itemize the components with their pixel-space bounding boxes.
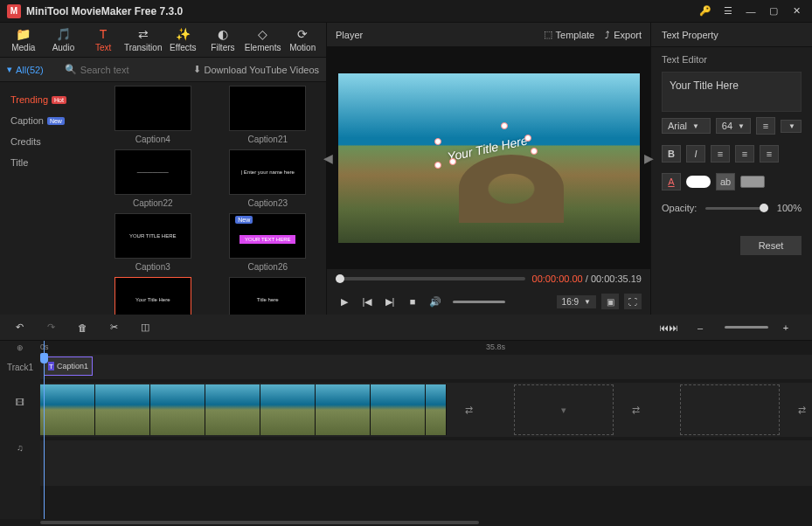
playhead[interactable] xyxy=(44,341,45,519)
tab-filters[interactable]: ◐Filters xyxy=(203,24,243,56)
zoom-out-button[interactable]: – xyxy=(688,322,712,333)
redo-button[interactable]: ↷ xyxy=(38,322,63,333)
delete-button[interactable]: 🗑 xyxy=(70,322,94,333)
snapshot-button[interactable]: ▣ xyxy=(601,294,619,309)
playhead-handle[interactable] xyxy=(40,353,48,363)
spacing-select[interactable]: ▼ xyxy=(781,120,802,133)
empty-clip-slot[interactable] xyxy=(680,384,780,435)
text-handle[interactable] xyxy=(434,138,441,145)
text-color-button[interactable]: A xyxy=(662,173,681,190)
tab-audio[interactable]: 🎵Audio xyxy=(44,24,84,56)
add-track-button[interactable]: ⊕ xyxy=(0,341,40,355)
text-handle[interactable] xyxy=(524,135,531,142)
download-youtube-link[interactable]: ⬇ Download YouTube Videos xyxy=(193,64,320,75)
menu-icon[interactable]: ☰ xyxy=(719,3,737,20)
video-track[interactable]: ⇄ ▾ ⇄ ⇄ xyxy=(40,383,812,437)
transition-icon[interactable]: ⇄ xyxy=(459,399,479,420)
stop-button[interactable]: ■ xyxy=(404,296,421,307)
font-select[interactable]: Arial▼ xyxy=(662,118,711,134)
caption-thumb[interactable]: Your Title Here xyxy=(115,277,191,315)
timeline-ruler[interactable]: 0s 35.8s xyxy=(40,341,812,355)
opacity-slider[interactable] xyxy=(705,207,768,210)
fullscreen-button[interactable]: ⛶ xyxy=(624,294,642,309)
category-credits[interactable]: Credits xyxy=(0,131,94,152)
text-handle[interactable] xyxy=(501,122,508,129)
line-spacing-button[interactable]: ≡ xyxy=(756,117,775,135)
volume-slider[interactable] xyxy=(453,301,505,303)
tab-media[interactable]: 📁Media xyxy=(3,24,44,56)
timeline-scrollbar[interactable] xyxy=(40,521,479,524)
zoom-slider[interactable] xyxy=(725,326,768,329)
align-right-button[interactable]: ≡ xyxy=(760,145,779,163)
color-swatch-bg[interactable] xyxy=(740,176,765,188)
volume-icon[interactable]: 🔊 xyxy=(427,296,444,308)
chevron-down-icon[interactable]: ▾ xyxy=(7,64,12,75)
caption-thumb[interactable]: —————— xyxy=(115,149,191,195)
tab-effects[interactable]: ✨Effects xyxy=(163,24,204,56)
template-button[interactable]: ⬚ Template xyxy=(544,29,595,40)
play-button[interactable]: ▶ xyxy=(336,296,353,308)
transition-icon[interactable]: ⇄ xyxy=(626,399,646,420)
category-caption[interactable]: CaptionNew xyxy=(0,110,94,131)
color-swatch-fill[interactable] xyxy=(686,176,711,188)
fontsize-select[interactable]: 64▼ xyxy=(716,118,751,134)
aspect-select[interactable]: 16:9 ▼ xyxy=(557,295,596,308)
caption-thumb[interactable]: Title here xyxy=(229,277,306,315)
filter-all[interactable]: All(52) xyxy=(16,65,44,75)
speed-icon[interactable]: ⏮⏭ xyxy=(656,322,681,333)
caption-thumb[interactable]: | Enter your name here xyxy=(229,149,306,195)
bold-button[interactable]: B xyxy=(662,145,681,163)
caption-item[interactable]: NewYOUR TEXT HERECaption26 xyxy=(213,213,323,272)
caption-item[interactable]: YOUR TITLE HERECaption3 xyxy=(98,213,208,272)
caption-item[interactable]: Caption21 xyxy=(213,86,323,144)
crop-button[interactable]: ◫ xyxy=(133,322,157,333)
tab-text[interactable]: TText xyxy=(83,24,123,56)
caption-thumb[interactable] xyxy=(115,86,191,131)
highlight-button[interactable]: ab xyxy=(716,173,735,190)
category-title[interactable]: Title xyxy=(0,152,94,173)
zoom-in-button[interactable]: + xyxy=(774,322,798,333)
minimize-button[interactable]: — xyxy=(742,3,760,20)
preview-canvas[interactable]: Your Title Here xyxy=(338,73,640,243)
key-icon[interactable]: 🔑 xyxy=(697,3,714,20)
undo-button[interactable]: ↶ xyxy=(7,322,31,333)
close-button[interactable]: ✕ xyxy=(788,3,805,20)
text-handle[interactable] xyxy=(531,148,538,155)
seek-bar[interactable] xyxy=(336,277,525,280)
audio-track[interactable] xyxy=(40,440,812,486)
caption-thumb[interactable] xyxy=(229,86,306,131)
empty-clip-slot[interactable]: ▾ xyxy=(514,384,614,435)
caption-thumb[interactable]: YOUR TITLE HERE xyxy=(115,213,191,259)
tab-motion[interactable]: ⟳Motion xyxy=(282,24,323,56)
caption-clip[interactable]: T Caption1 xyxy=(44,356,93,376)
text-track[interactable]: T Caption1 xyxy=(40,355,812,379)
italic-button[interactable]: I xyxy=(686,145,705,163)
prev-frame-button[interactable]: |◀ xyxy=(358,296,376,308)
caption-item[interactable]: Your Title HereCaption11 xyxy=(98,277,208,315)
text-editor-input[interactable]: Your Title Here xyxy=(662,72,802,112)
tab-elements[interactable]: ◇Elements xyxy=(243,24,283,56)
caption-item[interactable]: Title hereCaption19 xyxy=(213,277,323,315)
video-clip[interactable] xyxy=(40,384,447,435)
caption-item[interactable]: | Enter your name hereCaption23 xyxy=(213,149,323,208)
search-input[interactable] xyxy=(80,65,168,75)
reset-button[interactable]: Reset xyxy=(740,236,802,255)
caption-item[interactable]: Caption4 xyxy=(98,86,208,144)
preview-prev[interactable]: ◀ xyxy=(323,151,333,165)
transition-icon[interactable]: ⇄ xyxy=(792,399,812,420)
align-left-button[interactable]: ≡ xyxy=(711,145,730,163)
maximize-button[interactable]: ▢ xyxy=(765,3,782,20)
category-trending[interactable]: TrendingHot xyxy=(0,89,94,110)
caption-item[interactable]: ——————Caption22 xyxy=(98,149,208,208)
preview-next[interactable]: ▶ xyxy=(644,151,654,165)
caption-thumb[interactable]: NewYOUR TEXT HERE xyxy=(229,213,306,259)
opacity-label: Opacity: xyxy=(662,203,697,213)
text-handle[interactable] xyxy=(434,162,441,169)
align-center-button[interactable]: ≡ xyxy=(735,145,754,163)
split-button[interactable]: ✂ xyxy=(101,322,126,333)
tab-transition[interactable]: ⇄Transition xyxy=(123,24,163,56)
export-button[interactable]: ⤴ Export xyxy=(605,30,642,40)
next-frame-button[interactable]: ▶| xyxy=(381,296,399,308)
text-handle[interactable] xyxy=(449,158,456,165)
text-icon: T xyxy=(100,27,108,41)
